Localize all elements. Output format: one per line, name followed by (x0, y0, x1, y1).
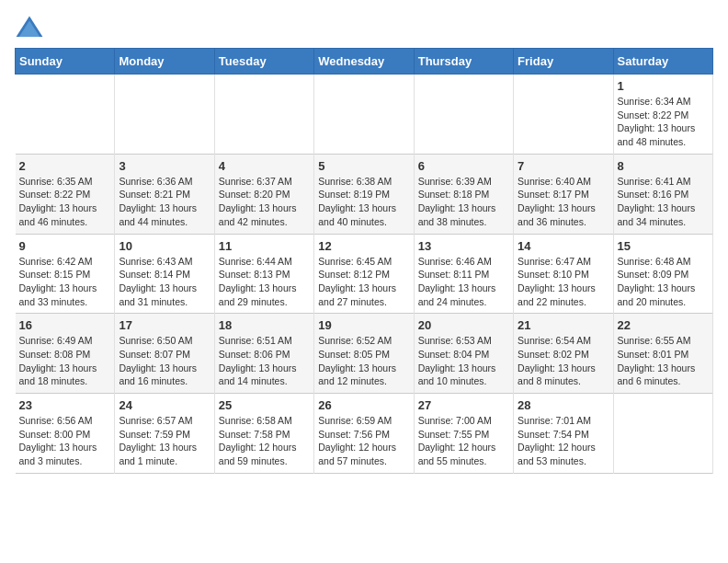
day-number: 14 (518, 239, 609, 253)
day-number: 17 (119, 318, 210, 332)
logo-icon (15, 15, 44, 40)
day-info: Sunrise: 7:00 AM Sunset: 7:55 PM Dayligh… (418, 414, 509, 468)
day-info: Sunrise: 6:39 AM Sunset: 8:18 PM Dayligh… (418, 175, 509, 229)
day-number: 13 (418, 239, 509, 253)
day-number: 15 (618, 239, 709, 253)
day-info: Sunrise: 6:55 AM Sunset: 8:01 PM Dayligh… (618, 334, 709, 388)
day-cell (514, 75, 613, 155)
calendar-table: SundayMondayTuesdayWednesdayThursdayFrid… (15, 48, 713, 474)
day-cell: 8Sunrise: 6:41 AM Sunset: 8:16 PM Daylig… (613, 154, 712, 234)
day-cell: 10Sunrise: 6:43 AM Sunset: 8:14 PM Dayli… (115, 234, 214, 314)
day-info: Sunrise: 6:35 AM Sunset: 8:22 PM Dayligh… (19, 175, 111, 229)
day-cell: 12Sunrise: 6:45 AM Sunset: 8:12 PM Dayli… (314, 234, 414, 314)
day-cell: 1Sunrise: 6:34 AM Sunset: 8:22 PM Daylig… (613, 75, 712, 155)
day-cell: 5Sunrise: 6:38 AM Sunset: 8:19 PM Daylig… (314, 154, 414, 234)
day-number: 1 (618, 79, 709, 93)
day-cell: 17Sunrise: 6:50 AM Sunset: 8:07 PM Dayli… (115, 314, 214, 394)
day-info: Sunrise: 6:49 AM Sunset: 8:08 PM Dayligh… (19, 334, 111, 388)
day-number: 2 (19, 159, 111, 173)
day-info: Sunrise: 6:50 AM Sunset: 8:07 PM Dayligh… (119, 334, 210, 388)
day-info: Sunrise: 6:51 AM Sunset: 8:06 PM Dayligh… (219, 334, 310, 388)
header-monday: Monday (115, 49, 214, 75)
day-number: 10 (119, 239, 210, 253)
day-cell: 7Sunrise: 6:40 AM Sunset: 8:17 PM Daylig… (514, 154, 613, 234)
day-cell: 21Sunrise: 6:54 AM Sunset: 8:02 PM Dayli… (514, 314, 613, 394)
day-cell: 23Sunrise: 6:56 AM Sunset: 8:00 PM Dayli… (16, 394, 115, 474)
day-cell: 18Sunrise: 6:51 AM Sunset: 8:06 PM Dayli… (214, 314, 313, 394)
day-info: Sunrise: 6:38 AM Sunset: 8:19 PM Dayligh… (318, 175, 409, 229)
day-info: Sunrise: 6:37 AM Sunset: 8:20 PM Dayligh… (219, 175, 310, 229)
week-row-3: 16Sunrise: 6:49 AM Sunset: 8:08 PM Dayli… (16, 314, 713, 394)
day-cell: 13Sunrise: 6:46 AM Sunset: 8:11 PM Dayli… (414, 234, 513, 314)
day-cell: 27Sunrise: 7:00 AM Sunset: 7:55 PM Dayli… (414, 394, 513, 474)
day-cell: 26Sunrise: 6:59 AM Sunset: 7:56 PM Dayli… (314, 394, 414, 474)
day-info: Sunrise: 6:34 AM Sunset: 8:22 PM Dayligh… (618, 95, 709, 149)
day-info: Sunrise: 6:44 AM Sunset: 8:13 PM Dayligh… (219, 255, 310, 309)
day-cell: 19Sunrise: 6:52 AM Sunset: 8:05 PM Dayli… (314, 314, 414, 394)
day-cell (314, 75, 414, 155)
day-number: 25 (219, 398, 310, 412)
day-cell (613, 394, 712, 474)
logo (15, 15, 48, 40)
day-info: Sunrise: 6:56 AM Sunset: 8:00 PM Dayligh… (19, 414, 111, 468)
header-row: SundayMondayTuesdayWednesdayThursdayFrid… (16, 49, 713, 75)
day-number: 9 (19, 239, 111, 253)
day-info: Sunrise: 6:45 AM Sunset: 8:12 PM Dayligh… (318, 255, 409, 309)
day-cell: 3Sunrise: 6:36 AM Sunset: 8:21 PM Daylig… (115, 154, 214, 234)
day-number: 3 (119, 159, 210, 173)
day-info: Sunrise: 6:42 AM Sunset: 8:15 PM Dayligh… (19, 255, 111, 309)
page-header (15, 15, 713, 40)
calendar-body: 1Sunrise: 6:34 AM Sunset: 8:22 PM Daylig… (16, 75, 713, 474)
day-number: 11 (219, 239, 310, 253)
day-number: 27 (418, 398, 509, 412)
header-thursday: Thursday (414, 49, 513, 75)
day-cell: 14Sunrise: 6:47 AM Sunset: 8:10 PM Dayli… (514, 234, 613, 314)
day-number: 12 (318, 239, 409, 253)
day-number: 19 (318, 318, 409, 332)
day-info: Sunrise: 6:57 AM Sunset: 7:59 PM Dayligh… (119, 414, 210, 468)
day-info: Sunrise: 6:54 AM Sunset: 8:02 PM Dayligh… (518, 334, 609, 388)
day-info: Sunrise: 6:48 AM Sunset: 8:09 PM Dayligh… (618, 255, 709, 309)
day-number: 7 (518, 159, 609, 173)
day-number: 22 (618, 318, 709, 332)
day-number: 5 (318, 159, 409, 173)
day-cell: 11Sunrise: 6:44 AM Sunset: 8:13 PM Dayli… (214, 234, 313, 314)
day-number: 28 (518, 398, 609, 412)
week-row-0: 1Sunrise: 6:34 AM Sunset: 8:22 PM Daylig… (16, 75, 713, 155)
day-number: 20 (418, 318, 509, 332)
day-cell: 15Sunrise: 6:48 AM Sunset: 8:09 PM Dayli… (613, 234, 712, 314)
day-cell (115, 75, 214, 155)
header-saturday: Saturday (613, 49, 712, 75)
day-info: Sunrise: 6:47 AM Sunset: 8:10 PM Dayligh… (518, 255, 609, 309)
day-cell: 9Sunrise: 6:42 AM Sunset: 8:15 PM Daylig… (16, 234, 115, 314)
calendar-header: SundayMondayTuesdayWednesdayThursdayFrid… (16, 49, 713, 75)
day-cell (214, 75, 313, 155)
day-info: Sunrise: 6:41 AM Sunset: 8:16 PM Dayligh… (618, 175, 709, 229)
week-row-4: 23Sunrise: 6:56 AM Sunset: 8:00 PM Dayli… (16, 394, 713, 474)
day-number: 21 (518, 318, 609, 332)
day-info: Sunrise: 6:53 AM Sunset: 8:04 PM Dayligh… (418, 334, 509, 388)
day-info: Sunrise: 6:46 AM Sunset: 8:11 PM Dayligh… (418, 255, 509, 309)
day-info: Sunrise: 6:36 AM Sunset: 8:21 PM Dayligh… (119, 175, 210, 229)
day-cell (414, 75, 513, 155)
header-tuesday: Tuesday (214, 49, 313, 75)
week-row-2: 9Sunrise: 6:42 AM Sunset: 8:15 PM Daylig… (16, 234, 713, 314)
header-sunday: Sunday (16, 49, 115, 75)
header-wednesday: Wednesday (314, 49, 414, 75)
header-friday: Friday (514, 49, 613, 75)
day-number: 4 (219, 159, 310, 173)
day-info: Sunrise: 7:01 AM Sunset: 7:54 PM Dayligh… (518, 414, 609, 468)
day-cell: 28Sunrise: 7:01 AM Sunset: 7:54 PM Dayli… (514, 394, 613, 474)
day-number: 18 (219, 318, 310, 332)
day-cell: 16Sunrise: 6:49 AM Sunset: 8:08 PM Dayli… (16, 314, 115, 394)
day-number: 8 (618, 159, 709, 173)
day-info: Sunrise: 6:58 AM Sunset: 7:58 PM Dayligh… (219, 414, 310, 468)
day-info: Sunrise: 6:59 AM Sunset: 7:56 PM Dayligh… (318, 414, 409, 468)
day-cell: 2Sunrise: 6:35 AM Sunset: 8:22 PM Daylig… (16, 154, 115, 234)
day-cell: 25Sunrise: 6:58 AM Sunset: 7:58 PM Dayli… (214, 394, 313, 474)
day-cell: 24Sunrise: 6:57 AM Sunset: 7:59 PM Dayli… (115, 394, 214, 474)
day-cell: 4Sunrise: 6:37 AM Sunset: 8:20 PM Daylig… (214, 154, 313, 234)
day-cell: 22Sunrise: 6:55 AM Sunset: 8:01 PM Dayli… (613, 314, 712, 394)
day-number: 24 (119, 398, 210, 412)
day-cell: 6Sunrise: 6:39 AM Sunset: 8:18 PM Daylig… (414, 154, 513, 234)
